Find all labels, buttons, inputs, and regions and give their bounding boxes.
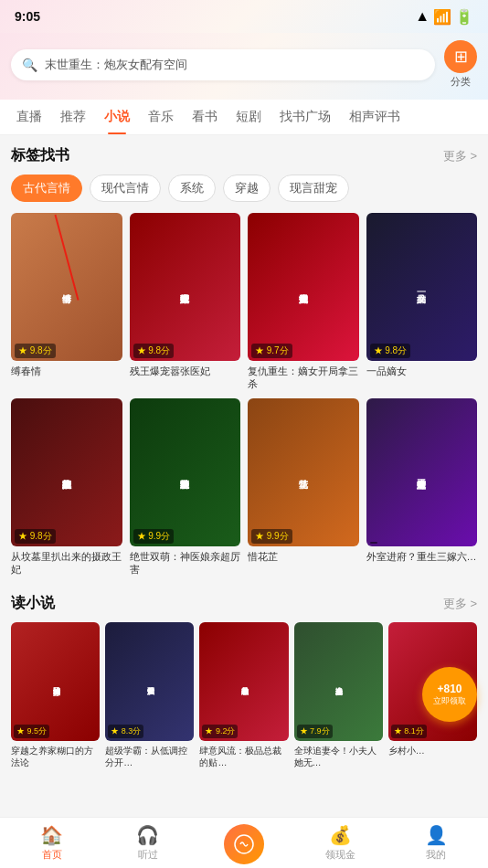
status-time: 9:05 <box>15 9 40 24</box>
list-item[interactable]: 全球追妻令小夫人 ★ 7.9分 全球追妻令！小夫人她无… <box>294 622 383 768</box>
list-item[interactable]: 缚春情 ★ 9.8分 缚春情 <box>11 213 122 391</box>
list-item[interactable]: 养家糊口的方法论 ★ 9.5分 穿越之养家糊口的方法论 <box>11 622 100 768</box>
book-cover: 外室进府重生三嫁 <box>366 398 478 546</box>
nav-profile-label: 我的 <box>426 848 446 862</box>
nav-cash[interactable]: 💰 领现金 <box>292 824 388 862</box>
tag-book-grid: 缚春情 ★ 9.8分 缚春情 残王爆宠嚣张医妃 ★ 9.8分 残王爆宠嚣张医妃 … <box>11 213 477 576</box>
classify-icon-bg: ⊞ <box>444 40 477 73</box>
nav-center-button[interactable] <box>196 824 292 863</box>
history-icon: 🎧 <box>136 824 159 846</box>
book-cover: 惜花芷 ★ 9.9分 <box>248 398 359 546</box>
read-book-grid: 养家糊口的方法论 ★ 9.5分 穿越之养家糊口的方法论 从低调控分开始 ★ 8.… <box>11 622 477 768</box>
list-item[interactable]: 外室进府重生三嫁 外室进府？重生三嫁六… <box>366 398 478 577</box>
tag-section-title: 标签找书 <box>11 146 69 165</box>
read-book-cover: 全球追妻令小夫人 ★ 7.9分 <box>294 622 383 741</box>
center-logo-icon <box>233 833 255 855</box>
list-item[interactable]: 一品嫡女 ★ 9.8分 一品嫡女 <box>366 213 478 391</box>
book-rating: ★ 9.9分 <box>251 529 292 544</box>
list-item[interactable]: 绝世双萌神医娘亲 ★ 9.9分 绝世双萌：神医娘亲超厉害 <box>130 398 241 577</box>
list-item[interactable]: 复仇重生嫡女开局 ★ 9.7分 复仇重生：嫡女开局拿三杀 <box>248 213 359 391</box>
book-rating: ★ 9.8分 <box>15 344 56 358</box>
cover-art: 从低调控分开始 <box>105 622 194 741</box>
nav-tabs: 直播 推荐 小说 音乐 看书 短剧 找书广场 相声评书 <box>0 100 488 135</box>
read-section-header: 读小说 更多 > <box>11 594 477 613</box>
cover-art: 缚春情 <box>11 213 122 361</box>
list-item[interactable]: 惜花芷 ★ 9.9分 惜花芷 <box>248 398 359 577</box>
tag-transmigration[interactable]: 穿越 <box>223 175 271 202</box>
cover-art: 复仇重生嫡女开局 <box>248 213 359 361</box>
book-title: 肆意风流：极品总裁的贴… <box>199 745 288 768</box>
book-rating: ★ 9.8分 <box>15 529 56 544</box>
book-cover: 绝世双萌神医娘亲 ★ 9.9分 <box>130 398 241 546</box>
tag-sweet[interactable]: 现言甜宠 <box>278 175 349 202</box>
book-title: 外室进府？重生三嫁六… <box>366 550 478 563</box>
section-divider <box>11 583 477 590</box>
read-book-cover: 极品总裁的贴身 ★ 9.2分 <box>199 622 288 741</box>
tag-section-header: 标签找书 更多 > <box>11 146 477 165</box>
tab-recommend[interactable]: 推荐 <box>51 100 95 134</box>
cover-art: 残王爆宠嚣张医妃 <box>130 213 241 361</box>
status-icons: ▲ 📶 🔋 <box>415 8 473 26</box>
nav-home-label: 首页 <box>42 848 62 862</box>
book-title: 惜花芷 <box>248 550 359 563</box>
book-rating: ★ 9.9分 <box>133 529 175 544</box>
cover-art: 一品嫡女 <box>366 213 478 361</box>
book-cover: 一品嫡女 ★ 9.8分 <box>366 213 478 361</box>
tab-music[interactable]: 音乐 <box>139 100 183 134</box>
tab-comic-talk[interactable]: 相声评书 <box>340 100 409 134</box>
book-title: 乡村小… <box>388 745 477 757</box>
wifi-icon: ▲ <box>415 8 430 25</box>
tab-live[interactable]: 直播 <box>7 100 51 134</box>
coupon-amount: +810 <box>437 683 461 695</box>
coupon-label: 立即领取 <box>433 695 466 707</box>
book-title: 超级学霸：从低调控分开… <box>105 745 194 768</box>
floating-coupon-button[interactable]: +810 立即领取 <box>422 667 477 722</box>
tag-ancient-romance[interactable]: 古代言情 <box>11 175 82 202</box>
list-item[interactable]: 残王爆宠嚣张医妃 ★ 9.8分 残王爆宠嚣张医妃 <box>130 213 241 391</box>
cover-art: 外室进府重生三嫁 <box>366 398 478 546</box>
book-title: 绝世双萌：神医娘亲超厉害 <box>130 550 241 577</box>
bottom-nav: 🏠 首页 🎧 听过 💰 领现金 👤 我的 <box>0 817 488 868</box>
tab-read[interactable]: 看书 <box>183 100 227 134</box>
tab-short-drama[interactable]: 短剧 <box>227 100 271 134</box>
tab-find-book[interactable]: 找书广场 <box>271 100 340 134</box>
nav-home[interactable]: 🏠 首页 <box>4 824 100 862</box>
cover-art: 极品总裁的贴身 <box>199 622 288 741</box>
tag-modern-romance[interactable]: 现代言情 <box>90 175 161 202</box>
book-rating: ★ 7.9分 <box>297 725 333 738</box>
book-rating: ★ 9.8分 <box>370 344 411 358</box>
cover-art: 养家糊口的方法论 <box>11 622 100 741</box>
book-title: 穿越之养家糊口的方法论 <box>11 745 100 768</box>
read-more-button[interactable]: 更多 > <box>443 596 477 612</box>
read-section: 读小说 更多 > 养家糊口的方法论 ★ 9.5分 穿越之养家糊口的方法论 从低调… <box>11 594 477 768</box>
book-title: 缚春情 <box>11 365 122 377</box>
list-item[interactable]: 从坟墓里扒出来的摄政王妃 ★ 9.8分 从坟墓里扒出来的摄政王妃 <box>11 398 122 577</box>
book-rating: ★ 9.5分 <box>14 725 49 738</box>
nav-history[interactable]: 🎧 听过 <box>100 824 196 862</box>
classify-button[interactable]: ⊞ 分类 <box>444 40 477 89</box>
tab-novel[interactable]: 小说 <box>95 100 139 134</box>
book-title: 从坟墓里扒出来的摄政王妃 <box>11 550 122 577</box>
classify-grid-icon: ⊞ <box>454 48 468 65</box>
cover-art: 从坟墓里扒出来的摄政王妃 <box>11 398 122 546</box>
header: 🔍 末世重生：炮灰女配有空间 ⊞ 分类 <box>0 33 488 100</box>
list-item[interactable]: 极品总裁的贴身 ★ 9.2分 肆意风流：极品总裁的贴… <box>199 622 288 768</box>
tag-more-button[interactable]: 更多 > <box>443 148 477 164</box>
book-rating: ★ 8.1分 <box>391 725 427 738</box>
book-rating: ★ 9.2分 <box>202 725 238 738</box>
status-bar: 9:05 ▲ 📶 🔋 <box>0 0 488 33</box>
book-rating: ★ 9.7分 <box>251 344 292 358</box>
nav-profile[interactable]: 👤 我的 <box>388 824 484 862</box>
book-cover: 残王爆宠嚣张医妃 ★ 9.8分 <box>130 213 241 361</box>
main-content: 标签找书 更多 > 古代言情 现代言情 系统 穿越 现言甜宠 缚春情 ★ 9.8… <box>0 135 488 843</box>
list-item[interactable]: 从低调控分开始 ★ 8.3分 超级学霸：从低调控分开… <box>105 622 194 768</box>
book-cover: 缚春情 ★ 9.8分 <box>11 213 122 361</box>
search-row: 🔍 末世重生：炮灰女配有空间 ⊞ 分类 <box>11 40 477 89</box>
book-title: 残王爆宠嚣张医妃 <box>130 365 241 377</box>
search-input-text: 末世重生：炮灰女配有空间 <box>45 57 187 73</box>
book-rating: ★ 9.8分 <box>133 344 175 358</box>
tags-row: 古代言情 现代言情 系统 穿越 现言甜宠 <box>11 175 477 202</box>
nav-cash-label: 领现金 <box>325 848 355 862</box>
search-box[interactable]: 🔍 末世重生：炮灰女配有空间 <box>11 49 435 80</box>
tag-system[interactable]: 系统 <box>168 175 216 202</box>
